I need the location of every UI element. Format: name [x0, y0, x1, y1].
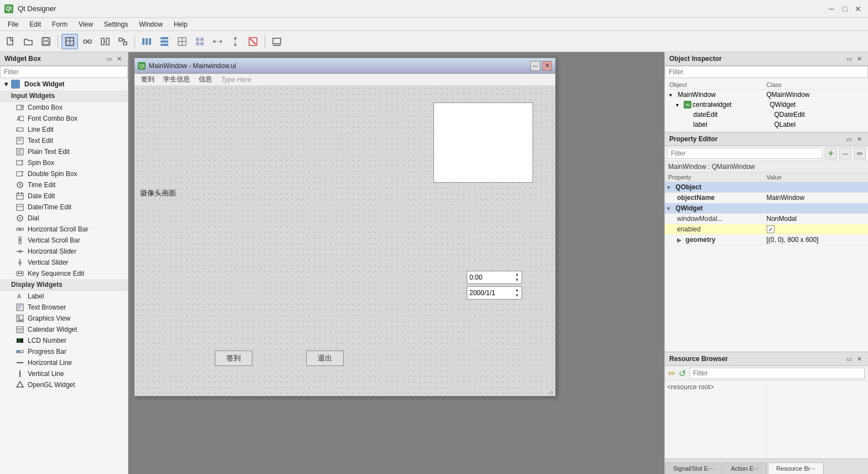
widget-item-v-slider[interactable]: Vertical Slider [0, 257, 128, 268]
canvas-date-edit[interactable]: 2000/1/1 ▲ ▼ [467, 286, 522, 300]
close-button[interactable]: ✕ [852, 3, 864, 14]
widget-item-time-edit[interactable]: Time Edit [0, 179, 128, 190]
widget-item-label[interactable]: A Label [0, 291, 128, 302]
resource-refresh-icon[interactable]: ↺ [679, 368, 686, 379]
menu-form[interactable]: Form [46, 19, 73, 29]
widget-item-graphics-view[interactable]: Graphics View [0, 313, 128, 324]
widget-item-plain-text-edit[interactable]: Plain Text Edit [0, 146, 128, 157]
preview-button[interactable] [268, 34, 285, 49]
layout-sp-h-button[interactable] [209, 34, 226, 49]
property-editor-close-button[interactable]: ✕ [855, 135, 864, 143]
minimize-button[interactable]: ─ [826, 3, 837, 14]
canvas-signup-button[interactable]: 签到 [215, 351, 252, 366]
widget-item-line-edit[interactable]: Line Edit [0, 124, 128, 135]
geometry-expand[interactable]: ▶ [677, 237, 684, 243]
canvas-resize-handle[interactable]: ⊿ [549, 389, 553, 395]
tab-order-button[interactable] [115, 34, 131, 49]
widget-item-calendar[interactable]: 12 Calendar Widget [0, 324, 128, 335]
canvas-exit-button[interactable]: 退出 [306, 351, 344, 366]
object-inspector-close-button[interactable]: ✕ [855, 54, 864, 63]
menu-edit[interactable]: Edit [24, 19, 46, 29]
menu-settings[interactable]: Settings [99, 19, 133, 29]
widget-item-h-scrollbar[interactable]: Horizontal Scroll Bar [0, 224, 128, 235]
resource-filter-input[interactable] [689, 368, 865, 379]
tab-signal-slot[interactable]: Signal/Slot E··· [665, 462, 721, 474]
widget-item-combo-box[interactable]: Combo Box [0, 102, 128, 113]
inspector-row-dateedit[interactable]: dateEdit QDateEdit [667, 110, 866, 120]
buddy-edit-button[interactable] [97, 34, 113, 49]
widget-item-spin-box[interactable]: Spin Box [0, 157, 128, 168]
inner-menu-info[interactable]: 信息 [194, 74, 216, 85]
widget-item-dial[interactable]: Dial [0, 213, 128, 224]
object-inspector-filter[interactable] [665, 66, 868, 78]
section-display-widgets[interactable]: Display Widgets [0, 279, 128, 291]
section-input-widgets[interactable]: Input Widgets [0, 90, 128, 102]
time-spin-up[interactable]: ▲ [515, 272, 519, 277]
widget-item-v-scrollbar[interactable]: Vertical Scroll Bar [0, 235, 128, 246]
widget-item-key-sequence-edit[interactable]: Key Sequence Edit [0, 268, 128, 279]
tab-resource-browser[interactable]: Resource Br··· [768, 462, 823, 474]
widget-box-restore-button[interactable]: ▭ [105, 54, 113, 63]
widget-item-double-spin-box[interactable]: Double Spin Box [0, 168, 128, 179]
object-inspector-restore-button[interactable]: ▭ [845, 54, 854, 63]
inspector-row-centralwidget[interactable]: ▾ W centralwidget QWidget [667, 100, 866, 110]
time-spin-down[interactable]: ▼ [515, 277, 519, 283]
inner-menu-signup[interactable]: 签到 [137, 74, 159, 85]
layout-form-button[interactable] [174, 34, 190, 49]
inspector-row-label[interactable]: label QLabel [667, 120, 866, 130]
resource-browser-close-button[interactable]: ✕ [855, 354, 864, 363]
menu-window[interactable]: Window [133, 19, 168, 29]
qobject-expand[interactable]: ▾ [667, 184, 674, 190]
widget-item-date-edit[interactable]: Date Edit [0, 190, 128, 202]
widget-item-opengl[interactable]: OpenGL Widget [0, 379, 128, 390]
prop-row-objectname[interactable]: objectName MainWindow [665, 193, 868, 203]
signal-slot-button[interactable] [79, 34, 96, 49]
widget-item-progress-bar[interactable]: Progress Bar [0, 346, 128, 357]
qwidget-expand[interactable]: ▾ [667, 205, 674, 212]
widget-item-v-line[interactable]: Vertical Line [0, 368, 128, 379]
save-button[interactable] [38, 34, 54, 49]
property-minus-button[interactable]: ─ [839, 147, 851, 159]
property-add-button[interactable]: + [825, 147, 837, 159]
inner-minimize-button[interactable]: ─ [530, 61, 540, 71]
resource-edit-icon[interactable]: ✏ [668, 368, 675, 379]
widget-item-text-edit[interactable]: Text Edit [0, 135, 128, 146]
date-spin-up[interactable]: ▲ [515, 287, 519, 293]
widget-item-font-combo-box[interactable]: A Font Combo Box [0, 113, 128, 124]
property-editor-restore-button[interactable]: ▭ [845, 135, 854, 143]
prop-row-windowmodal[interactable]: windowModal... NonModal [665, 214, 868, 224]
dock-widget-item[interactable]: ▾ Dock Widget [0, 78, 128, 90]
tab-action-editor[interactable]: Action E··· [722, 462, 767, 474]
canvas-time-edit[interactable]: 0:00 ▲ ▼ [467, 271, 522, 284]
property-filter-input[interactable] [667, 148, 823, 159]
widget-edit-button[interactable] [61, 34, 78, 49]
prop-row-enabled[interactable]: enabled ✓ [665, 224, 868, 235]
layout-sp-v-button[interactable] [227, 34, 244, 49]
inner-canvas[interactable]: 摄像头画面 0:00 ▲ ▼ 2000/1/1 ▲ ▼ [135, 86, 555, 396]
maximize-button[interactable]: □ [839, 3, 850, 14]
widget-item-h-slider[interactable]: Horizontal Slider [0, 246, 128, 257]
inspector-row-mainwindow[interactable]: ▾ MainWindow QMainWindow [667, 90, 866, 100]
inner-close-button[interactable]: ✕ [542, 61, 552, 71]
resource-browser-restore-button[interactable]: ▭ [845, 354, 854, 363]
widget-item-lcd-number[interactable]: 7 LCD Number [0, 335, 128, 346]
date-spin-arrows[interactable]: ▲ ▼ [515, 287, 519, 299]
open-button[interactable] [20, 34, 37, 49]
date-spin-down[interactable]: ▼ [515, 293, 519, 298]
widget-item-text-browser[interactable]: Text Browser [0, 302, 128, 313]
prop-row-geometry[interactable]: ▶ geometry [(0, 0), 800 x 600] [665, 235, 868, 245]
layout-grid-button[interactable] [192, 34, 208, 49]
layout-vbox-button[interactable] [156, 34, 173, 49]
widget-box-close-button[interactable]: ✕ [115, 54, 123, 63]
prop-check-enabled[interactable]: ✓ [767, 225, 774, 233]
inner-window[interactable]: Qt MainWindow - Mainwindow.ui ─ ✕ 签到 学生信… [134, 58, 556, 396]
widget-item-datetime-edit[interactable]: Date/Time Edit [0, 202, 128, 213]
widget-filter-input[interactable] [0, 66, 128, 78]
menu-file[interactable]: File [2, 19, 24, 29]
break-layout-button[interactable] [245, 34, 261, 49]
layout-hbox-button[interactable] [138, 34, 155, 49]
inner-menu-typehere[interactable]: Type Here [216, 75, 256, 85]
property-settings-button[interactable]: ✏ [854, 147, 866, 159]
time-spin-arrows[interactable]: ▲ ▼ [515, 271, 519, 284]
inner-menu-students[interactable]: 学生信息 [159, 74, 194, 85]
